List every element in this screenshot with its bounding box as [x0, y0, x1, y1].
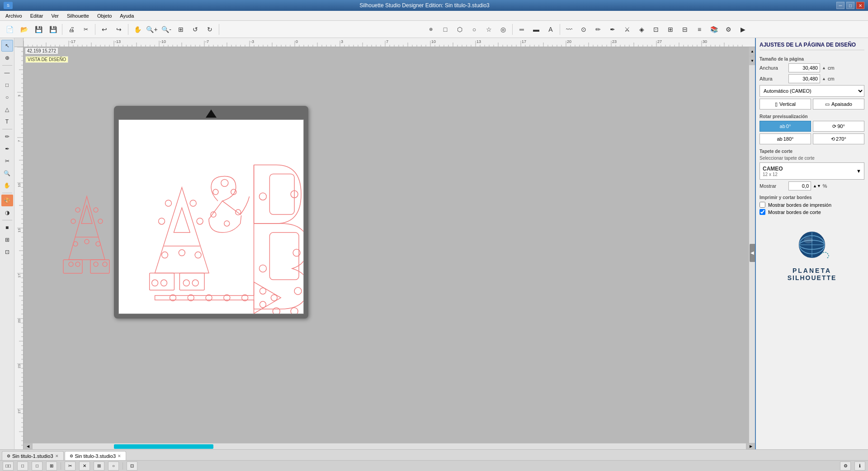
fill-tool[interactable]: ⊙ [577, 23, 590, 36]
rotate-90-btn[interactable]: ⟳ 90° [813, 121, 864, 132]
status-btn-3[interactable]: □ [32, 461, 42, 471]
spiral-tool[interactable]: ◎ [496, 23, 510, 36]
status-btn-7[interactable]: ⊞ [94, 461, 104, 471]
shape-tool[interactable]: □ [439, 23, 452, 36]
tab-1-close[interactable]: ✕ [55, 454, 59, 458]
print-button[interactable]: 🖨 [65, 23, 78, 36]
select-tool[interactable]: ↖ [1, 40, 13, 52]
cut-send-button[interactable]: ✂ [79, 23, 93, 36]
cut-tool-left[interactable]: ✂ [1, 155, 13, 167]
scroll-down-btn[interactable]: ▼ [749, 56, 755, 65]
thick-line-tool[interactable]: ▬ [529, 23, 543, 36]
width-input[interactable] [788, 63, 820, 72]
cut-borders-checkbox[interactable] [760, 209, 765, 215]
pencil-tool[interactable]: ✏ [1, 131, 13, 143]
wave-tool[interactable]: 〰 [562, 23, 576, 36]
height-input[interactable] [788, 74, 820, 83]
pen-tool[interactable]: ✒ [606, 23, 619, 36]
close-button[interactable]: ✕ [856, 2, 864, 9]
menu-editar[interactable]: Editar [27, 12, 47, 19]
weld-tool[interactable]: ◈ [635, 23, 648, 36]
scrollbar-h-track[interactable] [33, 443, 746, 450]
horizontal-btn[interactable]: ▭ Apaisado [813, 99, 864, 109]
new-button[interactable]: 📄 [3, 23, 16, 36]
tab-1[interactable]: ⚙ Sin titulo-1.studio3 ✕ [2, 451, 64, 460]
height-stepper-up[interactable]: ▲ [822, 76, 826, 81]
menu-objeto[interactable]: Objeto [94, 12, 115, 19]
text-tool-tb[interactable]: A [544, 23, 557, 36]
draw-polygon-tool[interactable]: △ [1, 104, 13, 115]
rotate-cw-button[interactable]: ↻ [203, 23, 217, 36]
gradient-tool[interactable]: ◑ [1, 207, 13, 219]
status-btn-4[interactable]: ⊞ [46, 461, 57, 471]
view-grid[interactable]: ⊞ [1, 234, 13, 246]
menu-archivo[interactable]: Archivo [2, 12, 26, 19]
trace-tool[interactable]: ⊡ [649, 23, 663, 36]
vertical-btn[interactable]: ▯ Vertical [760, 99, 811, 109]
draw-ellipse-tool[interactable]: ○ [1, 91, 13, 103]
fill-color-tool[interactable]: 🎨 [1, 195, 13, 206]
minimize-button[interactable]: ─ [836, 2, 844, 9]
mat-selector[interactable]: CAMEO 12 x 12 ▼ [760, 162, 864, 180]
layers-tool[interactable]: ≡ [693, 23, 706, 36]
replicate-tool[interactable]: ⊞ [664, 23, 677, 36]
rotate-180-btn[interactable]: ab 180° [760, 133, 811, 144]
menu-silhouette[interactable]: Silhouette [63, 12, 93, 19]
rotate-270-btn[interactable]: ⟲ 270° [813, 133, 864, 144]
eraser-tool[interactable]: ✏ [591, 23, 605, 36]
zoom-fit-button[interactable]: ⊞ [174, 23, 188, 36]
print-borders-checkbox[interactable] [760, 202, 765, 208]
star-tool[interactable]: ☆ [482, 23, 495, 36]
status-btn-5[interactable]: ✂ [65, 461, 75, 471]
open-button[interactable]: 📂 [17, 23, 31, 36]
status-btn-2[interactable]: □ [17, 461, 28, 471]
redo-button[interactable]: ↪ [112, 23, 126, 36]
zoom-tool-left[interactable]: 🔍 [1, 167, 13, 179]
tab-2[interactable]: ⚙ Sin titulo-3.studio3 ✕ [65, 451, 127, 460]
rotate-0-btn[interactable]: ab 0° [760, 121, 811, 132]
circle-tool[interactable]: ○ [467, 23, 481, 36]
width-stepper-up[interactable]: ▲ [822, 66, 826, 70]
save-button[interactable]: 💾 [32, 23, 45, 36]
settings-tool[interactable]: ⚙ [722, 23, 735, 36]
status-btn-9[interactable]: ⊡ [127, 461, 137, 471]
knife-tool[interactable]: ⚔ [620, 23, 634, 36]
hand-pan-tool[interactable]: ✋ [1, 180, 13, 191]
tab-2-close[interactable]: ✕ [118, 454, 121, 458]
show-stepper[interactable]: ▲▼ [813, 184, 821, 188]
show-percent-input[interactable] [788, 181, 811, 190]
draw-rect-tool[interactable]: □ [1, 79, 13, 91]
view-3d-front[interactable]: ■ [1, 222, 13, 233]
horizontal-scrollbar[interactable]: ◀ ▶ [24, 443, 755, 449]
maximize-button[interactable]: □ [846, 2, 854, 9]
scroll-left-btn[interactable]: ◀ [24, 443, 33, 450]
draw-line-tool[interactable]: — [1, 67, 13, 79]
menu-ayuda[interactable]: Ayuda [116, 12, 137, 19]
scrollbar-h-thumb[interactable] [114, 444, 213, 449]
rotate-ccw-button[interactable]: ↺ [189, 23, 202, 36]
align-tool[interactable]: ⊕ [424, 23, 438, 36]
send-tool[interactable]: ▶ [736, 23, 750, 36]
settings-btn[interactable]: ⚙ [840, 461, 851, 471]
status-btn-6[interactable]: ✕ [79, 461, 90, 471]
library-tool[interactable]: 📚 [707, 23, 721, 36]
scroll-right-btn[interactable]: ▶ [746, 443, 755, 450]
save-as-button[interactable]: 💾 [46, 23, 60, 36]
scroll-up-btn[interactable]: ▲ [749, 47, 755, 56]
sidebar-expand[interactable]: ◀ [750, 244, 755, 262]
node-tool[interactable]: ⊕ [1, 52, 13, 64]
status-btn-1[interactable]: □□ [3, 461, 14, 471]
auto-dropdown[interactable]: Automático (CAMEO) [760, 85, 864, 97]
pen-calligraphy[interactable]: ✒ [1, 143, 13, 155]
text-tool[interactable]: T [1, 116, 13, 128]
hand-tool[interactable]: ✋ [131, 23, 144, 36]
polygon-tool[interactable]: ⬡ [453, 23, 467, 36]
print-cut-tool[interactable]: ⊟ [678, 23, 692, 36]
media-tool[interactable]: ⊡ [1, 246, 13, 258]
status-btn-8[interactable]: ○ [108, 461, 119, 471]
undo-button[interactable]: ↩ [98, 23, 111, 36]
zoom-out-button[interactable]: 🔍- [160, 23, 173, 36]
menu-ver[interactable]: Ver [47, 12, 62, 19]
zoom-in-button[interactable]: 🔍+ [145, 23, 159, 36]
line-tool[interactable]: ═ [515, 23, 528, 36]
